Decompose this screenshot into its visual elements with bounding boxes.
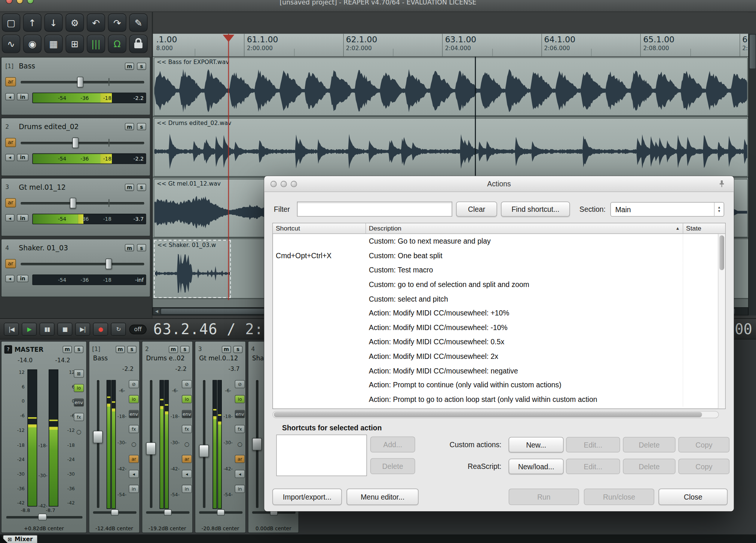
- io-button[interactable]: io: [129, 395, 139, 403]
- go-to-end-button[interactable]: ▶|: [75, 323, 90, 336]
- edit-reascript-button[interactable]: Edit...: [566, 459, 620, 474]
- solo-button[interactable]: s: [137, 62, 146, 70]
- input-button[interactable]: in: [129, 485, 139, 493]
- env-button[interactable]: env: [182, 410, 192, 418]
- run-button[interactable]: Run: [509, 489, 579, 505]
- action-row[interactable]: Custom: select and pitch: [273, 292, 718, 306]
- filter-input[interactable]: [297, 202, 452, 217]
- pan-knob[interactable]: ○: [235, 440, 245, 448]
- track-panel-item[interactable]: 4Shaker. 01_03msar◂in-54-36-18-inf: [1, 238, 151, 297]
- action-list-vscrollbar[interactable]: [718, 234, 725, 409]
- record-arm-button[interactable]: ar: [129, 455, 139, 463]
- monitor-button[interactable]: ◂: [5, 214, 14, 221]
- phase-button[interactable]: ⊘: [129, 380, 139, 388]
- mute-button[interactable]: m: [116, 345, 125, 353]
- open-project-button[interactable]: ↑: [23, 13, 42, 32]
- timeline-ruler[interactable]: .1.008.00061.1.002:00.00062.1.002:02.000…: [152, 34, 748, 57]
- monitor-button[interactable]: ◂: [129, 470, 139, 478]
- solo-button[interactable]: s: [137, 123, 146, 130]
- delete-reascript-button[interactable]: Delete: [623, 459, 675, 474]
- fx-button[interactable]: fx: [74, 413, 84, 421]
- media-item[interactable]: << Drums edited_02.wav: [154, 118, 748, 177]
- record-arm-button[interactable]: ar: [235, 455, 245, 463]
- action-row[interactable]: Action: Prompt to continue (only valid w…: [273, 378, 718, 392]
- mute-button[interactable]: m: [125, 123, 134, 130]
- input-button[interactable]: in: [17, 275, 28, 282]
- monitoring-button[interactable]: Ω: [108, 35, 126, 53]
- record-arm-button[interactable]: ar: [5, 77, 16, 86]
- solo-button[interactable]: s: [180, 345, 189, 353]
- delete-custom-action-button[interactable]: Delete: [623, 437, 675, 452]
- fader-handle[interactable]: [199, 445, 209, 457]
- arrange-vscrollbar[interactable]: [748, 34, 756, 315]
- new-load-reascript-button[interactable]: New/load...: [509, 459, 564, 474]
- monitor-button[interactable]: ◂: [5, 154, 14, 161]
- action-row[interactable]: Action: Modify MIDI CC/mousewheel: +10%: [273, 306, 718, 320]
- input-button[interactable]: in: [182, 485, 192, 493]
- action-row[interactable]: Action: Modify MIDI CC/mousewheel: -10%: [273, 320, 718, 335]
- metronome-button[interactable]: ◉: [23, 35, 42, 53]
- track-lane[interactable]: << Bass for EXPORT.wav: [153, 57, 749, 117]
- fader-handle[interactable]: [217, 509, 225, 516]
- track-lane[interactable]: << Drums edited_02.wav: [153, 118, 749, 177]
- mute-button[interactable]: m: [63, 345, 72, 353]
- edit-pencil-button[interactable]: ✎: [129, 13, 147, 32]
- menu-editor-button[interactable]: Menu editor...: [347, 489, 419, 505]
- action-row[interactable]: Action: Modify MIDI CC/mousewheel: 0.5x: [273, 335, 718, 349]
- solo-button[interactable]: s: [74, 345, 83, 353]
- monitor-button[interactable]: ◂: [182, 470, 192, 478]
- repeat-button[interactable]: ↻: [111, 323, 126, 336]
- fader-handle[interactable]: [93, 431, 103, 443]
- pan-knob[interactable]: ○: [129, 440, 139, 448]
- routing-matrix-button[interactable]: ⊞: [65, 35, 84, 53]
- action-row[interactable]: Custom: go to end of selection and split…: [273, 277, 718, 291]
- copy-reascript-button[interactable]: Copy: [678, 459, 729, 474]
- volume-fader[interactable]: [21, 136, 144, 149]
- action-row[interactable]: Custom: Go to next measure and play: [273, 234, 718, 248]
- delete-shortcut-button[interactable]: Delete: [370, 458, 415, 474]
- media-item[interactable]: << Bass for EXPORT.wav: [154, 57, 748, 116]
- track-name[interactable]: Bass: [19, 62, 122, 70]
- track-panel-item[interactable]: 2Drums edited_02msar◂in-54-36-18-2.2: [1, 118, 151, 176]
- track-name[interactable]: Drums edited_02: [19, 123, 122, 131]
- mute-button[interactable]: m: [222, 345, 231, 353]
- monitor-button[interactable]: ◂: [5, 93, 14, 100]
- fader-handle[interactable]: [72, 137, 79, 148]
- hscrollbar-thumb[interactable]: [274, 412, 702, 417]
- fader-handle[interactable]: [146, 442, 156, 455]
- fader-handle[interactable]: [38, 514, 47, 521]
- vscrollbar-thumb[interactable]: [719, 235, 724, 270]
- find-shortcut-button[interactable]: Find shortcut...: [501, 202, 570, 217]
- envelope-mode-button[interactable]: ∿: [2, 35, 20, 53]
- close-tab-checkbox[interactable]: ⊠: [8, 536, 12, 543]
- dialog-titlebar[interactable]: Actions: [264, 176, 734, 192]
- edit-custom-action-button[interactable]: Edit...: [566, 437, 620, 452]
- mono-button[interactable]: ⊠: [74, 369, 84, 378]
- shortcut-list[interactable]: [276, 434, 367, 476]
- column-state[interactable]: State: [683, 223, 725, 234]
- input-button[interactable]: in: [17, 93, 28, 100]
- stop-button[interactable]: ■: [57, 323, 72, 336]
- action-row[interactable]: Cmd+Opt+Ctrl+XCustom: One beat split: [273, 248, 718, 263]
- fader-handle[interactable]: [105, 258, 112, 269]
- record-arm-button[interactable]: ar: [182, 455, 192, 463]
- scroll-left-icon[interactable]: ◀: [153, 308, 160, 315]
- section-select[interactable]: Main ▲▼: [610, 202, 724, 217]
- clear-button[interactable]: Clear: [456, 202, 497, 217]
- track-name[interactable]: Gt mel.01_12: [19, 183, 122, 191]
- volume-fader[interactable]: [203, 380, 205, 508]
- rate-off-button[interactable]: off: [129, 324, 146, 334]
- docker-button[interactable]: |||: [87, 35, 105, 53]
- help-button[interactable]: ?: [4, 345, 12, 353]
- media-item[interactable]: << Shaker. 01_03.w: [154, 240, 231, 298]
- fader-handle[interactable]: [111, 509, 119, 516]
- go-to-start-button[interactable]: |◀: [4, 323, 19, 336]
- lock-button[interactable]: [129, 35, 147, 53]
- fader-handle[interactable]: [70, 198, 76, 208]
- run-close-button[interactable]: Run/close: [584, 489, 654, 505]
- fx-button[interactable]: fx: [182, 425, 192, 433]
- volume-fader[interactable]: [21, 257, 144, 270]
- sort-asc-icon[interactable]: ▲: [676, 226, 680, 231]
- io-button[interactable]: io: [182, 395, 192, 403]
- volume-fader[interactable]: [21, 76, 144, 88]
